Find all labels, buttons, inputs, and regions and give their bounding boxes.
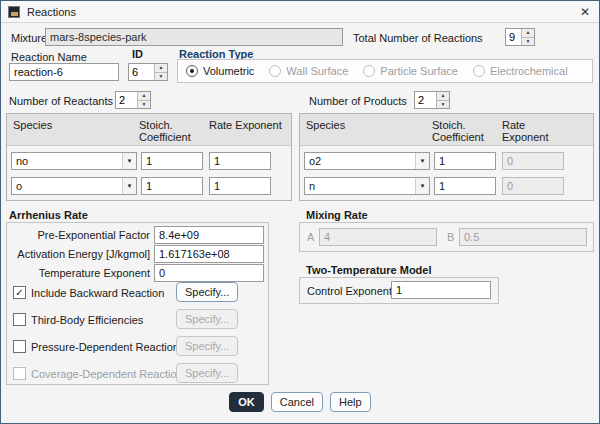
- reactant-species-dropdown-2[interactable]: o ▼: [11, 177, 137, 195]
- control-exponent-input[interactable]: [391, 281, 491, 299]
- num-reactants-spinner: ▲ ▼: [115, 91, 151, 109]
- product-stoich-input-2[interactable]: [434, 177, 496, 195]
- mixture-field: [45, 28, 343, 46]
- spin-up-icon[interactable]: ▲: [437, 92, 449, 100]
- cancel-button[interactable]: Cancel: [271, 392, 323, 412]
- radio-icon: [473, 65, 485, 77]
- pre-exponential-label: Pre-Exponential Factor: [9, 228, 150, 242]
- activation-energy-input[interactable]: [154, 245, 264, 263]
- reaction-type-group: Volumetric Wall Surface Particle Surface…: [177, 59, 593, 83]
- spin-down-icon[interactable]: ▼: [138, 100, 150, 109]
- total-reactions-input[interactable]: [506, 29, 521, 45]
- product-stoich-input-1[interactable]: [434, 152, 496, 170]
- app-icon: [8, 6, 20, 18]
- radio-icon: [269, 65, 281, 77]
- species-column-label: Species: [306, 119, 345, 131]
- spin-up-icon[interactable]: ▲: [522, 29, 534, 37]
- radio-wall-surface[interactable]: Wall Surface: [269, 65, 348, 77]
- mixture-label: Mixture: [11, 31, 47, 45]
- product-species-dropdown-1[interactable]: o2 ▼: [304, 152, 430, 170]
- footer: OK Cancel Help: [1, 392, 599, 412]
- specify-pressure-button: Specify...: [176, 336, 238, 356]
- radio-electrochemical[interactable]: Electrochemical: [473, 65, 568, 77]
- species-column-label: Species: [13, 119, 52, 131]
- mixing-a-label: A: [307, 230, 314, 244]
- stoich-column-label: Stoich. Coefficient: [139, 119, 191, 143]
- help-button[interactable]: Help: [330, 392, 371, 412]
- temperature-exponent-input[interactable]: [154, 264, 264, 282]
- control-exponent-label: Control Exponent: [307, 284, 392, 298]
- reactant-stoich-input-2[interactable]: [141, 177, 203, 195]
- num-products-label: Number of Products: [309, 94, 407, 108]
- reactant-species-dropdown-1[interactable]: no ▼: [11, 152, 137, 170]
- arrhenius-title: Arrhenius Rate: [9, 208, 88, 222]
- third-body-label: Third-Body Efficiencies: [31, 313, 143, 327]
- num-reactants-input[interactable]: [116, 92, 137, 108]
- chevron-down-icon: ▼: [415, 153, 429, 169]
- pre-exponential-input[interactable]: [154, 226, 264, 244]
- specify-coverage-button: Specify...: [176, 363, 238, 383]
- coverage-dependent-checkbox: ✓: [13, 367, 26, 380]
- products-panel: Species Stoich. Coefficient Rate Exponen…: [299, 113, 594, 201]
- total-reactions-label: Total Number of Reactions: [353, 31, 483, 45]
- ok-button[interactable]: OK: [229, 392, 264, 412]
- include-backward-label: Include Backward Reaction: [31, 286, 164, 300]
- radio-particle-surface[interactable]: Particle Surface: [363, 65, 458, 77]
- reactions-dialog: Reactions ✕ Mixture Total Number of Reac…: [0, 0, 600, 424]
- num-products-input[interactable]: [415, 92, 436, 108]
- radio-selected-icon: [186, 65, 198, 77]
- activation-energy-label: Activation Energy [J/kgmol]: [9, 247, 150, 261]
- product-rate-input-1: [502, 152, 564, 170]
- reaction-name-label: Reaction Name: [11, 50, 87, 64]
- stoich-column-label: Stoich. Coefficient: [432, 119, 484, 143]
- id-input[interactable]: [129, 64, 154, 80]
- id-label: ID: [132, 47, 143, 61]
- radio-volumetric[interactable]: Volumetric: [186, 65, 254, 77]
- pressure-dependent-checkbox[interactable]: ✓: [13, 340, 26, 353]
- title-bar: Reactions ✕: [1, 1, 599, 23]
- specify-third-body-button: Specify...: [176, 309, 238, 329]
- radio-particle-surface-label: Particle Surface: [380, 65, 458, 77]
- reactant-rate-input-2[interactable]: [209, 177, 271, 195]
- spin-up-icon[interactable]: ▲: [138, 92, 150, 100]
- radio-icon: [363, 65, 375, 77]
- reaction-name-input[interactable]: [9, 63, 119, 81]
- close-icon[interactable]: ✕: [578, 5, 592, 19]
- chevron-down-icon: ▼: [122, 153, 136, 169]
- temperature-exponent-label: Temperature Exponent: [9, 266, 150, 280]
- pressure-dependent-label: Pressure-Dependent Reaction: [31, 340, 179, 354]
- product-rate-input-2: [502, 177, 564, 195]
- reactant-rate-input-1[interactable]: [209, 152, 271, 170]
- specify-backward-button[interactable]: Specify...: [176, 282, 238, 302]
- product-species-dropdown-2[interactable]: n ▼: [304, 177, 430, 195]
- id-spinner: ▲ ▼: [128, 63, 168, 81]
- num-reactants-label: Number of Reactants: [9, 94, 113, 108]
- total-reactions-spinner: ▲ ▼: [505, 28, 535, 46]
- spin-up-icon[interactable]: ▲: [155, 64, 167, 72]
- dialog-title: Reactions: [27, 6, 76, 18]
- radio-wall-surface-label: Wall Surface: [286, 65, 348, 77]
- coverage-dependent-label: Coverage-Dependent Reaction: [31, 367, 183, 381]
- chevron-down-icon: ▼: [415, 178, 429, 194]
- spin-down-icon[interactable]: ▼: [437, 100, 449, 109]
- rate-column-label: Rate Exponent: [502, 119, 548, 143]
- spin-down-icon[interactable]: ▼: [522, 37, 534, 46]
- reactants-panel: Species Stoich. Coefficient Rate Exponen…: [6, 113, 292, 201]
- mixing-b-input: [459, 228, 587, 246]
- two-temperature-title: Two-Temperature Model: [306, 263, 432, 277]
- chevron-down-icon: ▼: [122, 178, 136, 194]
- radio-electrochemical-label: Electrochemical: [490, 65, 568, 77]
- include-backward-checkbox[interactable]: ✓: [13, 286, 26, 299]
- third-body-checkbox[interactable]: ✓: [13, 313, 26, 326]
- mixing-rate-title: Mixing Rate: [306, 208, 368, 222]
- spin-down-icon[interactable]: ▼: [155, 72, 167, 81]
- rate-column-label: Rate Exponent: [209, 119, 282, 131]
- mixing-a-input: [319, 228, 437, 246]
- mixing-b-label: B: [447, 230, 454, 244]
- radio-volumetric-label: Volumetric: [203, 65, 254, 77]
- num-products-spinner: ▲ ▼: [414, 91, 450, 109]
- reactant-stoich-input-1[interactable]: [141, 152, 203, 170]
